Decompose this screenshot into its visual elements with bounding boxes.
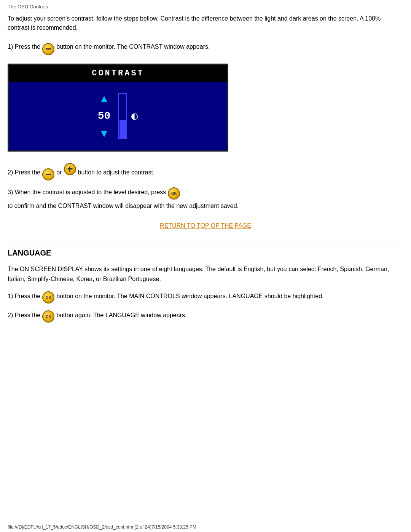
ok-button-lang1-icon: OK [42,291,54,304]
lang-step-1-prefix: 1) Press the [8,291,40,301]
language-section: LANGUAGE The ON SCREEN DISPLAY shows its… [8,249,403,322]
step-1-row: 1) Press the button on the monitor. The … [8,42,403,54]
contrast-slider-area: ◐ [118,93,138,139]
contrast-title: CONTRAST [9,65,227,82]
contrast-window: CONTRAST ▲ 50 ▼ ◐ [8,64,228,152]
contrast-half-circle-icon: ◐ [131,111,138,121]
down-arrow-icon: ▼ [99,128,110,139]
plus-button-icon [64,163,76,175]
lang-step-2-row: 2) Press the OK button again. The LANGUA… [8,310,403,322]
step-3: 3) When the contrast is adjusted to the … [8,187,403,211]
minus-button-2-icon [42,168,54,181]
step-2-row: 2) Press the or button to adjust the con… [8,162,403,180]
return-to-top-link[interactable]: RETURN TO TOP OF THE PAGE [8,222,403,229]
page-wrapper: The OSD Controls To adjust your screen's… [0,0,411,532]
footer-bar: file:///D|/EDFU/crt_17_5/edoc/ENGLISH/OS… [0,522,411,532]
step-2-suffix: button to adjust the contrast. [78,167,155,177]
language-heading: LANGUAGE [8,249,403,257]
step-1-suffix: button on the monitor. The CONTRAST wind… [56,42,210,52]
intro-text: To adjust your screen's contrast, follow… [8,14,403,32]
section-divider [8,241,403,241]
contrast-slider-track [118,93,127,139]
contrast-slider-fill [119,120,126,138]
step-2-prefix: 2) Press the [8,167,40,177]
lang-step-1-suffix: button on the monitor. The MAIN CONTROLS… [56,291,323,301]
lang-step-2-suffix: button again. The LANGUAGE window appear… [56,310,186,320]
step-2: 2) Press the or button to adjust the con… [8,162,403,180]
lang-step-1: 1) Press the OK button on the monitor. T… [8,291,403,303]
lang-step-2: 2) Press the OK button again. The LANGUA… [8,310,403,322]
step-1-prefix: 1) Press the [8,42,40,52]
page-title: The OSD Controls [8,4,403,10]
lang-step-2-prefix: 2) Press the [8,310,40,320]
ok-button-icon: OK [168,187,180,200]
up-arrow-icon: ▲ [99,93,110,104]
step-1: 1) Press the button on the monitor. The … [8,42,403,54]
minus-button-icon [42,43,54,55]
step-3-row: 3) When the contrast is adjusted to the … [8,187,403,211]
step-3-prefix: 3) When the contrast is adjusted to the … [8,187,166,197]
step-3-suffix: to confirm and the CONTRAST window will … [8,201,239,211]
footer-text: file:///D|/EDFU/crt_17_5/edoc/ENGLISH/OS… [8,524,196,530]
lang-step-1-row: 1) Press the OK button on the monitor. T… [8,291,403,303]
step-2-middle: or [56,167,62,177]
contrast-value: 50 [98,110,111,122]
language-description: The ON SCREEN DISPLAY shows its settings… [8,264,403,284]
contrast-body: ▲ 50 ▼ ◐ [9,82,227,150]
ok-button-lang2-icon: OK [42,310,54,323]
contrast-icons-col: ▲ 50 ▼ [98,93,111,139]
